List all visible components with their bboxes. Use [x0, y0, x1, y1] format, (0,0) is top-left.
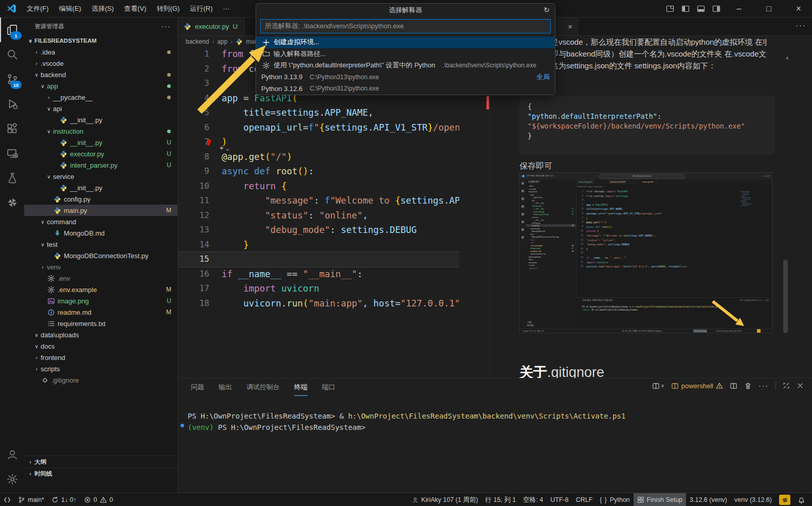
tree-item-__pycache__[interactable]: ›__pycache__ [24, 92, 177, 103]
mini-tab[interactable]: executor.py U [577, 179, 594, 184]
close-tab-icon[interactable]: × [568, 22, 572, 31]
tree-item-instruction[interactable]: ∨instruction [24, 125, 177, 137]
tree-item-backend[interactable]: ∨backend [24, 69, 177, 80]
preview-scrollbar[interactable] [783, 260, 788, 333]
mini-search-box[interactable]: FilesReadSysteam [599, 174, 685, 179]
terminal-profile[interactable]: powershell [671, 382, 723, 390]
breadcrumb-item-app[interactable]: app [217, 38, 227, 45]
status-item-python-interpreter[interactable]: 3.12.6 (venv) [686, 493, 731, 506]
panel-tab-输出[interactable]: 输出 [219, 378, 232, 396]
quickpick-item-0[interactable]: 创建虚拟环境... [256, 37, 555, 48]
quickpick-item-4[interactable]: Python 3.12.6C:\Python312\python.exe [256, 83, 555, 95]
status-item-cursor-position[interactable]: 行 15, 列 1 [482, 493, 520, 506]
copilot-sparkle-icon[interactable]: ✦⌄ [219, 144, 230, 152]
menu-item-2[interactable]: 选择(S) [86, 3, 119, 14]
status-item-venv-indicator[interactable]: venv (3.12.6) [731, 493, 775, 506]
toggle-panel-icon[interactable] [697, 5, 705, 13]
status-item-indentation[interactable]: 空格: 4 [519, 493, 547, 506]
global-link[interactable]: 全局 [536, 73, 550, 82]
tree-item-intent_parser.py[interactable]: intent_parser.pyU [24, 159, 177, 171]
mini-tab[interactable]: backend.md M [609, 179, 627, 184]
tree-item-app[interactable]: ∨app [24, 80, 177, 92]
maximize-icon[interactable] [783, 382, 790, 389]
status-item-finish-setup[interactable]: Finish Setup [634, 493, 686, 506]
close-window-button[interactable]: × [787, 0, 810, 17]
tree-item-MongoDBConnectionTest.py[interactable]: MongoDBConnectionTest.py [24, 250, 177, 261]
quickpick-item-2[interactable]: 使用 \"python.defaultInterpreterPath\" 设置中… [256, 60, 555, 71]
activity-pinwheel-icon[interactable] [0, 190, 24, 215]
tree-item-service[interactable]: ∨service [24, 171, 177, 182]
tree-root[interactable]: ∨ FILESREADSYSTEAM [24, 35, 177, 46]
terminal-content[interactable]: PS H:\OwnProject\FilesReadSysteam> & h:\… [188, 410, 625, 433]
menu-item-3[interactable]: 查看(V) [119, 3, 151, 14]
menu-item-5[interactable]: 运行(R) [185, 3, 218, 14]
activity-search-icon[interactable] [0, 42, 24, 67]
quickpick-item-1[interactable]: 输入解释器路径... [256, 48, 555, 60]
tree-item-image.png[interactable]: image.pngU [24, 295, 177, 306]
tree-item-scripts[interactable]: ›scripts [24, 363, 177, 374]
activity-debug-icon[interactable] [0, 92, 24, 116]
tree-item-__init__.py[interactable]: __init__.py [24, 114, 177, 125]
tree-item-api[interactable]: ∨api [24, 103, 177, 114]
panel-tab-端口[interactable]: 端口 [322, 378, 335, 396]
tree-item-.idea[interactable]: ›.idea [24, 46, 177, 58]
status-item-blame[interactable]: KiriAky 107 (1 周前) [408, 493, 481, 506]
tree-item-venv[interactable]: ›venv [24, 261, 177, 273]
refresh-icon[interactable]: ↻ [544, 6, 550, 14]
tree-item-MongoDB.md[interactable]: MongoDB.md [24, 227, 177, 239]
breadcrumb-item-backend[interactable]: backend [186, 38, 209, 45]
sidebar-section-1[interactable]: ›时间线 [24, 467, 177, 479]
panel-tab-终端[interactable]: 终端 [294, 378, 308, 396]
tree-item-datauploads[interactable]: ∨data\uploads [24, 329, 177, 340]
menu-item-4[interactable]: 转到(G) [152, 3, 185, 14]
trash-icon[interactable] [744, 382, 752, 390]
tree-item-.env[interactable]: .env [24, 273, 177, 284]
tree-item-config.py[interactable]: config.py [24, 193, 177, 205]
status-item-notifications[interactable] [794, 493, 809, 506]
activity-account-icon[interactable] [0, 442, 24, 467]
new-terminal-dropdown-icon[interactable]: ∨ [652, 382, 664, 390]
tree-item-command[interactable]: ∨command [24, 216, 177, 227]
activity-testing-icon[interactable] [0, 166, 24, 190]
scroll-up-arrow[interactable]: ▲ [785, 55, 790, 60]
interpreter-input[interactable] [261, 23, 550, 30]
panel-tab-问题[interactable]: 问题 [191, 378, 204, 396]
panel-tab-调试控制台[interactable]: 调试控制台 [246, 378, 280, 396]
status-item-encoding[interactable]: UTF-8 [547, 493, 572, 506]
activity-extensions-icon[interactable] [0, 116, 24, 141]
tree-item-main.py[interactable]: main.pyM [24, 205, 177, 216]
tree-item-.env.example[interactable]: .env.exampleM [24, 284, 177, 295]
status-item-remote-indicator[interactable] [0, 493, 14, 506]
status-item-extension-tile[interactable] [775, 493, 794, 506]
tree-item-readme.md[interactable]: readme.mdM [24, 306, 177, 318]
command-decoration-dot[interactable] [181, 424, 184, 427]
minimize-button[interactable]: – [728, 0, 750, 17]
close-icon[interactable] [797, 382, 804, 389]
ellipsis-icon[interactable]: ··· [759, 382, 769, 390]
mini-tab[interactable]: main.py M × [641, 179, 657, 184]
activity-source-control-icon[interactable]: 10 [0, 67, 24, 92]
menu-item-1[interactable]: 编辑(E) [54, 3, 86, 14]
status-item-language-mode[interactable]: { }Python [596, 493, 633, 506]
sidebar-section-0[interactable]: ›大纲 [24, 456, 177, 467]
status-item-git-sync[interactable]: 1↓ 0↑ [48, 493, 80, 506]
toggle-secondary-sidebar-icon[interactable] [712, 5, 720, 13]
tree-item-requirements.txt[interactable]: requirements.txt [24, 318, 177, 329]
tree-item-docs[interactable]: ∨docs [24, 340, 177, 352]
activity-remote-explorer-icon[interactable] [0, 141, 24, 166]
split-icon[interactable] [730, 382, 737, 390]
editor-actions-more-icon[interactable]: ··· [796, 21, 806, 29]
tree-item-frontend[interactable]: ›frontend [24, 352, 177, 363]
activity-files-icon[interactable]: 1 [0, 17, 24, 42]
customize-layout-icon[interactable] [666, 5, 674, 13]
tree-item-.vscode[interactable]: ›.vscode [24, 58, 177, 69]
sidebar-more-icon[interactable]: ··· [161, 22, 171, 30]
menu-item-6[interactable]: ··· [218, 3, 234, 14]
tab-executor-py[interactable]: executor.py U [177, 17, 244, 35]
activity-settings-gear-icon[interactable] [0, 467, 24, 492]
status-item-eol[interactable]: CRLF [572, 493, 597, 506]
toggle-sidebar-icon[interactable] [681, 5, 690, 13]
menu-item-0[interactable]: 文件(F) [22, 3, 54, 14]
status-item-problems[interactable]: 00 [80, 493, 117, 506]
tree-item-executor.py[interactable]: executor.pyU [24, 148, 177, 159]
